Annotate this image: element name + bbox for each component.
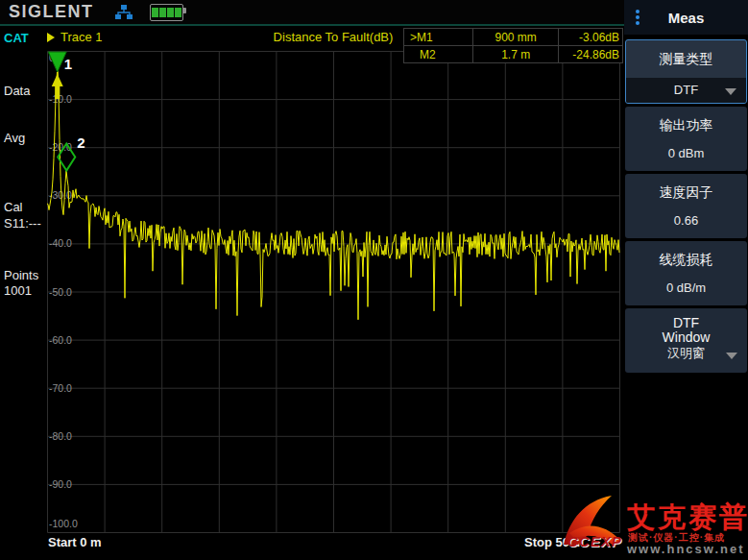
mode-label: CAT	[4, 31, 29, 45]
menu-item-value: 0 dB/m	[625, 280, 747, 305]
menu-item-value: 汉明窗	[667, 346, 705, 360]
menu-item-label: DTF Window	[652, 308, 721, 345]
points-value: 1001	[4, 283, 32, 298]
y-tick-label: -60.0	[49, 334, 72, 346]
menu-item-value: 0 dBm	[625, 146, 747, 171]
marker-distance: 900 mm	[473, 29, 559, 46]
menu-item-label: 速度因子	[625, 174, 747, 200]
menu-item-value: DTF	[674, 83, 698, 97]
marker-id: >M1	[404, 29, 473, 46]
avg-label: Avg	[4, 131, 25, 145]
menu-item-measure-type[interactable]: 测量类型 DTF	[625, 39, 747, 104]
instrument-screen: SIGLENT CAT Data Avg Cal S11:--- Points …	[0, 0, 748, 560]
y-tick-label: -10.0	[49, 93, 72, 105]
menu-item-velocity-factor[interactable]: 速度因子 0.66	[625, 174, 747, 238]
left-status-panel: CAT Data Avg Cal S11:--- Points 1001	[0, 26, 46, 560]
marker-value: -3.06dB	[559, 29, 623, 46]
cal-status: S11:---	[4, 216, 41, 231]
menu-dots-icon[interactable]	[636, 10, 639, 25]
menu-item-label: 测量类型	[626, 40, 746, 66]
marker-row-m2: M2 1.7 m -24.86dB	[404, 46, 623, 63]
trace-label: Trace 1	[60, 30, 103, 44]
x-axis-stop-label: Stop 50 m	[524, 535, 584, 549]
y-tick-label: -90.0	[49, 478, 72, 490]
points-label: Points	[4, 268, 38, 282]
marker-value: -24.86dB	[559, 46, 623, 63]
menu-item-cable-loss[interactable]: 线缆损耗 0 dB/m	[625, 241, 747, 305]
data-label: Data	[4, 84, 30, 98]
marker-id: M2	[404, 46, 473, 63]
trace-selector[interactable]: Trace 1	[47, 30, 103, 44]
marker2-number: 2	[77, 134, 84, 151]
menu-item-dtf-window[interactable]: DTF Window 汉明窗	[625, 308, 747, 373]
y-tick-label: -40.0	[49, 237, 72, 249]
dtf-trace-plot[interactable]: 0.0-10.0-20.0-30.0-40.0-50.0-60.0-70.0-8…	[47, 51, 620, 533]
menu-item-label: 输出功率	[625, 107, 747, 133]
menu-header: Meas	[624, 0, 748, 37]
trace-arrow-icon	[47, 33, 55, 42]
x-axis-start-label: Start 0 m	[48, 535, 102, 549]
y-tick-label: -100.0	[49, 518, 78, 529]
brand-logo: SIGLENT	[9, 2, 94, 22]
y-tick-label: -50.0	[49, 286, 72, 298]
marker-distance: 1.7 m	[473, 46, 559, 63]
battery-icon	[150, 4, 183, 21]
menu-item-value: 0.66	[625, 213, 747, 238]
chevron-down-icon	[725, 88, 736, 95]
menu-item-output-power[interactable]: 输出功率 0 dBm	[625, 107, 747, 171]
menu-item-value-row[interactable]: DTF	[626, 78, 746, 103]
cal-label: Cal	[4, 200, 23, 214]
y-tick-label: -70.0	[49, 382, 72, 394]
menu-title: Meas	[624, 10, 748, 26]
menu-item-value-row[interactable]: 汉明窗	[625, 345, 747, 373]
marker-readout-table: >M1 900 mm -3.06dB M2 1.7 m -24.86dB	[403, 28, 623, 63]
menu-item-label: 线缆损耗	[625, 241, 747, 267]
softkey-menu: Meas 测量类型 DTF 输出功率 0 dBm 速度因子 0.66 线缆损耗 …	[624, 0, 748, 560]
y-tick-label: -80.0	[49, 430, 72, 442]
marker1-number: 1	[64, 56, 72, 72]
chevron-down-icon	[726, 353, 737, 359]
marker-row-m1: >M1 900 mm -3.06dB	[404, 29, 623, 46]
network-icon	[115, 5, 133, 20]
